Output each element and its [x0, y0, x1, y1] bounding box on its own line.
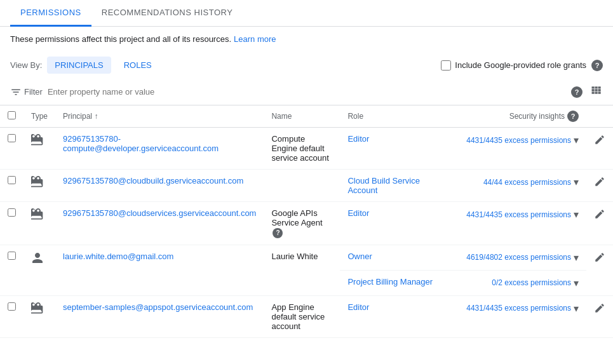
- principal-link[interactable]: 929675135780-compute@developer.gservicea…: [63, 134, 219, 153]
- row-role-cell: Project Billing Manager: [340, 270, 454, 295]
- dropdown-arrow-icon[interactable]: ▾: [574, 208, 579, 220]
- th-role: Role: [340, 105, 454, 128]
- table-row: 929675135780@cloudbuild.gserviceaccount.…: [0, 170, 613, 202]
- table-header-row: Type Principal ↑ Name Role Security insi…: [0, 105, 613, 128]
- table-row: 929675135780@cloudservices.gserviceaccou…: [0, 202, 613, 245]
- row-name-cell: Laurie White: [264, 245, 340, 295]
- excess-permissions-link[interactable]: 4619/4802 excess permissions: [466, 253, 571, 262]
- row-name-cell: App Engine default service account: [264, 295, 340, 337]
- row-role-cell: Editor: [340, 202, 454, 245]
- principal-link[interactable]: 929675135780@cloudservices.gserviceaccou…: [63, 208, 256, 218]
- row-checkbox[interactable]: [8, 176, 16, 184]
- row-type-cell: [24, 202, 55, 245]
- excess-permissions-link[interactable]: 0/2 excess permissions: [492, 278, 571, 287]
- row-name-cell: [264, 170, 340, 202]
- row-security-cell: 4431/4435 excess permissions ▾: [454, 295, 586, 337]
- filter-icon-wrap: Filter: [10, 86, 43, 98]
- excess-permissions-link[interactable]: 44/44 excess permissions: [483, 178, 571, 187]
- service-account-icon: [31, 211, 44, 224]
- dropdown-arrow-icon[interactable]: ▾: [574, 277, 579, 289]
- filter-bar: Filter ?: [0, 79, 613, 105]
- excess-permissions-link[interactable]: 4431/4435 excess permissions: [466, 136, 571, 145]
- row-name-cell: Compute Engine default service account: [264, 128, 340, 170]
- principal-link[interactable]: laurie.white.demo@gmail.com: [63, 252, 173, 261]
- th-principal[interactable]: Principal ↑: [55, 105, 264, 128]
- service-account-icon: [31, 179, 44, 191]
- dropdown-arrow-icon[interactable]: ▾: [574, 134, 579, 146]
- edit-icon[interactable]: [594, 137, 605, 147]
- dropdown-arrow-icon[interactable]: ▾: [574, 302, 579, 314]
- row-security-cell: 4431/4435 excess permissions ▾: [454, 202, 586, 245]
- table-row: september-samples@appspot.gserviceaccoun…: [0, 295, 613, 337]
- name-help-icon[interactable]: ?: [273, 228, 283, 238]
- view-by-bar: View By: PRINCIPALS ROLES Include Google…: [0, 51, 613, 79]
- permissions-table: Type Principal ↑ Name Role Security insi…: [0, 105, 613, 338]
- role-link[interactable]: Editor: [347, 134, 369, 144]
- row-checkbox[interactable]: [8, 134, 16, 142]
- th-actions: [586, 105, 613, 128]
- sort-arrow-icon: ↑: [94, 112, 98, 121]
- dropdown-arrow-icon[interactable]: ▾: [574, 176, 579, 188]
- row-checkbox[interactable]: [8, 302, 16, 311]
- select-all-checkbox[interactable]: [8, 111, 16, 119]
- row-checkbox[interactable]: [8, 252, 16, 260]
- th-select-all[interactable]: [0, 105, 24, 128]
- row-checkbox[interactable]: [8, 208, 16, 217]
- row-type-cell: [24, 245, 55, 295]
- learn-more-link[interactable]: Learn more: [234, 34, 276, 44]
- row-edit-cell: [586, 245, 613, 295]
- row-name: Laurie White: [271, 252, 318, 261]
- row-edit-cell: [586, 170, 613, 202]
- role-link[interactable]: Editor: [347, 208, 369, 218]
- filter-input[interactable]: [48, 87, 175, 97]
- view-by-label: View By:: [10, 60, 42, 70]
- table-row: laurie.white.demo@gmail.comLaurie WhiteO…: [0, 245, 613, 270]
- filter-label: Filter: [24, 87, 43, 97]
- columns-icon[interactable]: [590, 84, 603, 100]
- edit-icon[interactable]: [594, 179, 605, 189]
- include-google-roles-checkbox-label[interactable]: Include Google-provided role grants: [441, 60, 586, 71]
- edit-icon[interactable]: [594, 254, 605, 265]
- edit-icon[interactable]: [594, 211, 605, 222]
- view-roles-button[interactable]: ROLES: [116, 57, 159, 74]
- row-checkbox-cell: [0, 128, 24, 170]
- dropdown-arrow-icon[interactable]: ▾: [574, 252, 579, 264]
- th-name: Name: [264, 105, 340, 128]
- excess-permissions-link[interactable]: 4431/4435 excess permissions: [466, 304, 571, 313]
- role-link[interactable]: Cloud Build Service Account: [347, 176, 419, 195]
- edit-icon[interactable]: [594, 305, 605, 316]
- filter-icon: [10, 86, 22, 98]
- row-principal-cell: laurie.white.demo@gmail.com: [55, 245, 264, 295]
- row-security-cell: 44/44 excess permissions ▾: [454, 170, 586, 202]
- tab-recommendations-history[interactable]: RECOMMENDATIONS HISTORY: [91, 0, 243, 27]
- row-principal-cell: 929675135780@cloudservices.gserviceaccou…: [55, 202, 264, 245]
- row-edit-cell: [586, 128, 613, 170]
- service-account-icon: [31, 137, 44, 149]
- include-google-roles-label: Include Google-provided role grants: [455, 60, 586, 70]
- row-checkbox-cell: [0, 245, 24, 295]
- excess-permissions-link[interactable]: 4431/4435 excess permissions: [466, 210, 571, 219]
- info-text: These permissions affect this project an…: [10, 34, 231, 44]
- row-security-cell: 4619/4802 excess permissions ▾: [454, 245, 586, 270]
- person-icon: [31, 254, 44, 267]
- role-link[interactable]: Owner: [347, 252, 372, 261]
- row-checkbox-cell: [0, 170, 24, 202]
- row-name-cell: Google APIs Service Agent ?: [264, 202, 340, 245]
- include-google-roles-checkbox[interactable]: [441, 60, 451, 71]
- row-checkbox-cell: [0, 295, 24, 337]
- role-link[interactable]: Project Billing Manager: [347, 277, 433, 286]
- row-role-cell: Editor: [340, 128, 454, 170]
- help-icon-filter[interactable]: ?: [571, 86, 583, 98]
- row-checkbox-cell: [0, 202, 24, 245]
- row-name: App Engine default service account: [271, 302, 325, 331]
- principal-link[interactable]: september-samples@appspot.gserviceaccoun…: [63, 302, 253, 312]
- view-principals-button[interactable]: PRINCIPALS: [47, 57, 111, 74]
- principal-link[interactable]: 929675135780@cloudbuild.gserviceaccount.…: [63, 176, 243, 185]
- service-account-icon: [31, 305, 44, 318]
- tabs-bar: PERMISSIONS RECOMMENDATIONS HISTORY: [0, 0, 613, 27]
- include-help-icon[interactable]: ?: [591, 60, 603, 71]
- security-help-icon[interactable]: ?: [567, 111, 579, 122]
- th-security: Security insights ?: [454, 105, 586, 128]
- tab-permissions[interactable]: PERMISSIONS: [10, 0, 91, 27]
- role-link[interactable]: Editor: [347, 302, 369, 312]
